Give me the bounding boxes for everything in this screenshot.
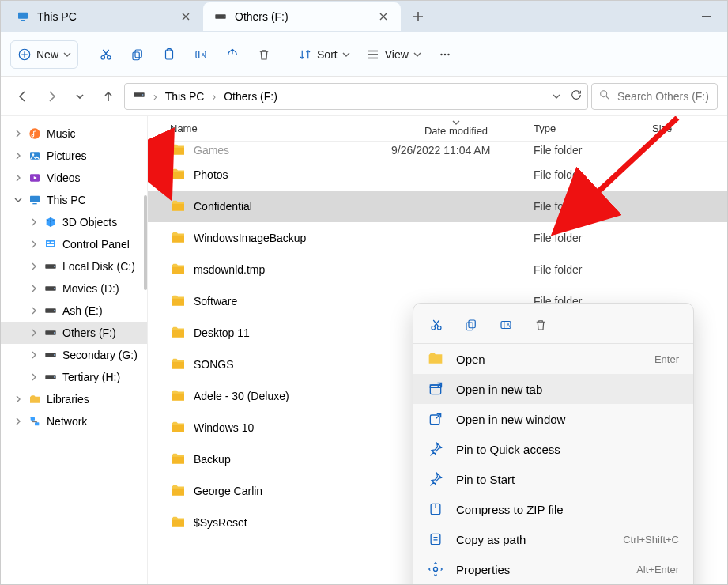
chevron-right-icon: › [212,90,216,103]
sidebar-item-videos[interactable]: Videos [1,167,147,189]
cut-icon[interactable] [428,316,445,334]
window-minimize-button[interactable] [691,6,722,28]
sidebar-item-label: Others (F:) [62,326,116,339]
rename-button[interactable]: A [187,40,215,69]
svg-point-15 [447,53,449,55]
copy-button[interactable] [123,40,152,69]
cut-button[interactable] [92,40,120,69]
sidebar-item-libraries[interactable]: Libraries [1,388,147,410]
file-name: George Carlin [194,485,262,497]
caret-icon [29,240,39,248]
search-input[interactable]: Search Others (F:) [591,83,718,110]
sidebar-item-control-panel[interactable]: Control Panel [1,233,147,255]
sidebar-item-local-disk-c-[interactable]: Local Disk (C:) [1,255,147,277]
file-name: Confidential [194,200,252,213]
sidebar-item-3d-objects[interactable]: 3D Objects [1,211,147,233]
svg-point-13 [440,53,442,55]
svg-point-19 [29,128,40,138]
share-button[interactable] [218,40,247,69]
svg-point-17 [142,94,144,96]
libraries-icon [28,392,42,406]
svg-rect-7 [135,50,141,58]
monitor-icon [17,10,29,23]
svg-point-18 [601,91,607,97]
svg-rect-25 [46,240,55,247]
file-type: File folder [527,168,646,181]
copy-icon[interactable] [462,316,480,334]
back-button[interactable] [10,84,36,109]
forward-button[interactable] [39,84,64,109]
sidebar-item-music[interactable]: Music [1,123,147,145]
sidebar-item-movies-d-[interactable]: Movies (D:) [1,277,147,300]
context-item-copy-as-path[interactable]: Copy as pathCtrl+Shift+C [413,524,693,554]
sidebar-item-others-f-[interactable]: Others (F:) [1,322,147,344]
svg-text:A: A [507,323,511,328]
context-item-properties[interactable]: PropertiesAlt+Enter [413,554,693,584]
tab-label: Others (F:) [235,10,289,23]
svg-rect-28 [47,244,54,246]
new-window-icon [428,411,443,427]
close-icon[interactable] [377,10,390,23]
rename-icon[interactable]: A [497,316,515,334]
header-date[interactable]: Date modified [385,120,527,137]
context-item-open[interactable]: OpenEnter [413,344,693,374]
tab-others-f[interactable]: Others (F:) [203,2,401,31]
drive-icon [43,259,58,274]
sidebar-item-ash-e-[interactable]: Ash (E:) [1,300,147,322]
file-row[interactable]: Games9/26/2022 11:04 AMFile folder [148,142,727,159]
file-name: Software [194,295,237,308]
view-button[interactable]: View [360,40,428,69]
file-row[interactable]: PhotosFile folder [148,159,727,191]
context-item-open-in-new-tab[interactable]: Open in new tab [413,374,693,404]
new-button[interactable]: New [10,40,78,69]
context-item-pin-to-start[interactable]: Pin to Start [413,464,693,494]
chevron-down-icon[interactable] [553,90,560,103]
svg-rect-45 [469,320,475,328]
context-item-label: Open [456,353,485,366]
keyboard-shortcut: Alt+Enter [636,564,679,576]
caret-icon [29,351,39,359]
header-name[interactable]: Name [148,123,385,134]
more-button[interactable] [431,40,459,69]
context-item-compress-to-zip-file[interactable]: Compress to ZIP file [413,494,693,524]
sidebar-item-pictures[interactable]: Pictures [1,145,147,167]
svg-rect-41 [31,417,35,421]
svg-point-30 [54,266,55,267]
caret-icon [13,417,23,425]
chevron-right-icon: › [153,90,157,103]
delete-icon[interactable] [532,316,549,334]
file-row[interactable]: msdownld.tmpFile folder [148,254,727,285]
music-icon [28,126,42,141]
delete-button[interactable] [250,40,278,69]
sidebar-item-secondary-g-[interactable]: Secondary (G:) [1,344,147,366]
context-item-label: Pin to Start [456,473,515,486]
caret-icon [13,196,23,204]
refresh-button[interactable] [570,89,583,104]
context-item-label: Compress to ZIP file [456,503,564,516]
tab-this-pc[interactable]: This PC [6,2,203,31]
history-dropdown[interactable] [67,84,92,109]
context-item-pin-to-quick-access[interactable]: Pin to Quick access [413,434,693,464]
address-bar[interactable]: › This PC › Others (F:) [124,83,588,110]
sidebar-item-network[interactable]: Network [1,410,147,432]
new-tab-button[interactable] [405,4,431,29]
sidebar-item-tertiary-h-[interactable]: Tertiary (H:) [1,366,147,388]
drive-icon [43,304,58,318]
sidebar-item-label: Control Panel [62,238,130,251]
header-type[interactable]: Type [527,123,646,134]
context-item-open-in-new-window[interactable]: Open in new window [413,404,693,434]
sidebar-item-this-pc[interactable]: This PC [1,189,147,211]
svg-point-32 [54,288,55,289]
up-button[interactable] [96,84,121,109]
drive-icon [133,89,145,104]
scrollbar-thumb[interactable] [144,195,147,290]
breadcrumb-leaf[interactable]: Others (F:) [224,90,277,103]
close-icon[interactable] [179,10,192,23]
file-row[interactable]: WindowsImageBackupFile folder [148,222,727,254]
paste-button[interactable] [155,40,183,69]
header-size[interactable]: Size [646,123,727,134]
copy-path-icon [428,531,443,547]
breadcrumb-root[interactable]: This PC [165,90,205,103]
sort-button[interactable]: Sort [292,40,356,69]
file-row[interactable]: ConfidentialFile folder [148,191,727,222]
